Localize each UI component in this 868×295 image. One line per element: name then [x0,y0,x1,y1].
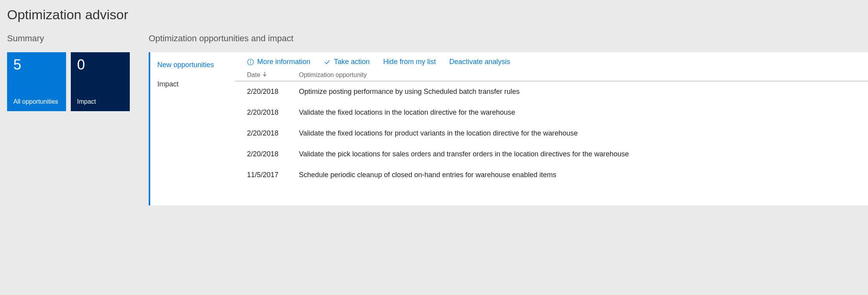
tile-label: All opportunities [13,98,60,106]
tab-strip: New opportunities Impact [150,52,235,205]
cell-opportunity: Validate the fixed locations in the loca… [299,108,868,117]
more-information-button[interactable]: More information [247,58,310,66]
opportunities-grid: Date Optimization opportunity [235,71,868,185]
cell-opportunity: Optimize posting performance by using Sc… [299,88,868,96]
table-row[interactable]: 2/20/2018 Validate the pick locations fo… [247,144,868,165]
tile-all-opportunities[interactable]: 5 All opportunities [7,52,66,111]
tab-new-opportunities[interactable]: New opportunities [150,55,235,75]
cell-date: 2/20/2018 [247,150,299,158]
page-title: Optimization advisor [7,7,868,22]
cell-date: 2/20/2018 [247,108,299,117]
tile-impact[interactable]: 0 Impact [71,52,130,111]
cell-date: 2/20/2018 [247,88,299,96]
column-label: Date [247,71,260,79]
hide-from-list-button[interactable]: Hide from my list [383,58,436,66]
take-action-button[interactable]: Take action [324,58,370,66]
svg-point-2 [251,60,251,60]
column-header-date[interactable]: Date [247,71,299,79]
table-row[interactable]: 2/20/2018 Optimize posting performance b… [247,81,868,102]
tile-count: 0 [77,58,123,72]
main-panel: Optimization opportunities and impact Ne… [149,33,868,205]
tile-count: 5 [13,58,60,72]
deactivate-analysis-button[interactable]: Deactivate analysis [449,58,510,66]
action-label: Hide from my list [383,58,436,66]
sort-descending-icon [263,71,267,79]
grid-header: Date Optimization opportunity [235,71,868,81]
tile-label: Impact [77,98,123,106]
main-heading: Optimization opportunities and impact [149,33,868,44]
action-bar: More information Take action Hide from m… [235,56,868,71]
table-row[interactable]: 11/5/2017 Schedule periodic cleanup of c… [247,165,868,185]
column-label: Optimization opportunity [299,71,367,78]
detail-pane: More information Take action Hide from m… [235,52,868,205]
table-row[interactable]: 2/20/2018 Validate the fixed locations f… [247,123,868,144]
cell-opportunity: Schedule periodic cleanup of closed on-h… [299,171,868,179]
grid-body: 2/20/2018 Optimize posting performance b… [235,81,868,185]
cell-opportunity: Validate the fixed locations for product… [299,129,868,137]
action-label: Take action [334,58,370,66]
tab-impact[interactable]: Impact [150,75,235,94]
cell-opportunity: Validate the pick locations for sales or… [299,150,868,158]
check-icon [324,59,331,66]
table-row[interactable]: 2/20/2018 Validate the fixed locations i… [247,102,868,123]
summary-panel: Summary 5 All opportunities 0 Impact [7,33,149,111]
cell-date: 2/20/2018 [247,129,299,137]
action-label: Deactivate analysis [449,58,510,66]
summary-heading: Summary [7,33,149,44]
info-icon [247,59,254,66]
cell-date: 11/5/2017 [247,171,299,179]
column-header-opportunity[interactable]: Optimization opportunity [299,71,868,79]
action-label: More information [257,58,310,66]
